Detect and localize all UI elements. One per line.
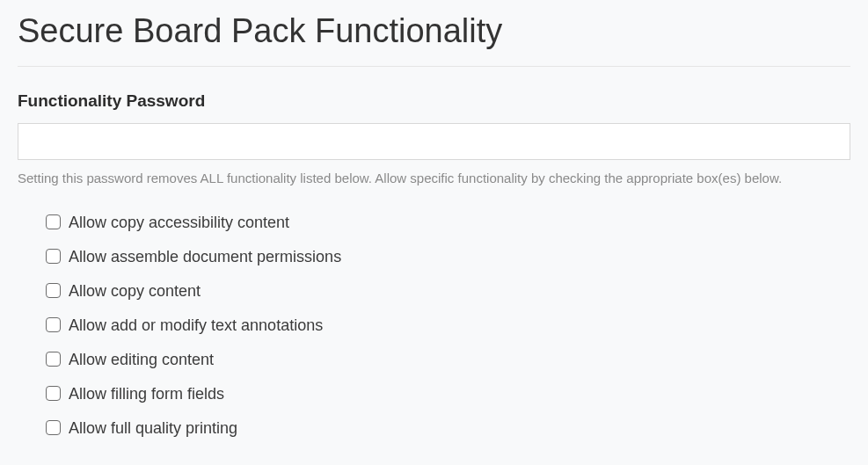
option-label[interactable]: Allow copy content: [69, 282, 201, 301]
option-label[interactable]: Allow assemble document permissions: [69, 248, 341, 266]
option-label[interactable]: Allow add or modify text annotations: [69, 316, 323, 335]
option-label[interactable]: Allow full quality printing: [69, 419, 237, 438]
option-checkbox-copy-accessibility[interactable]: [46, 214, 61, 229]
option-row: Allow copy content: [46, 282, 850, 301]
option-checkbox-text-annotations[interactable]: [46, 317, 61, 332]
password-help-text: Setting this password removes ALL functi…: [18, 169, 850, 187]
option-row: Allow full quality printing: [46, 419, 850, 438]
option-row: Allow assemble document permissions: [46, 248, 850, 266]
functionality-options-list: Allow copy accessibility content Allow a…: [18, 214, 850, 438]
password-label: Functionality Password: [18, 91, 850, 111]
page-title: Secure Board Pack Functionality: [18, 0, 850, 67]
option-row: Allow filling form fields: [46, 385, 850, 403]
option-checkbox-assemble-document[interactable]: [46, 249, 61, 264]
option-row: Allow add or modify text annotations: [46, 316, 850, 335]
password-input[interactable]: [18, 123, 850, 160]
option-label[interactable]: Allow editing content: [69, 351, 214, 369]
option-checkbox-form-fields[interactable]: [46, 386, 61, 401]
option-label[interactable]: Allow filling form fields: [69, 385, 224, 403]
option-row: Allow editing content: [46, 351, 850, 369]
password-section: Functionality Password Setting this pass…: [18, 91, 850, 187]
option-checkbox-editing-content[interactable]: [46, 352, 61, 367]
option-row: Allow copy accessibility content: [46, 214, 850, 232]
option-checkbox-full-printing[interactable]: [46, 420, 61, 435]
option-checkbox-copy-content[interactable]: [46, 283, 61, 298]
option-label[interactable]: Allow copy accessibility content: [69, 214, 289, 232]
